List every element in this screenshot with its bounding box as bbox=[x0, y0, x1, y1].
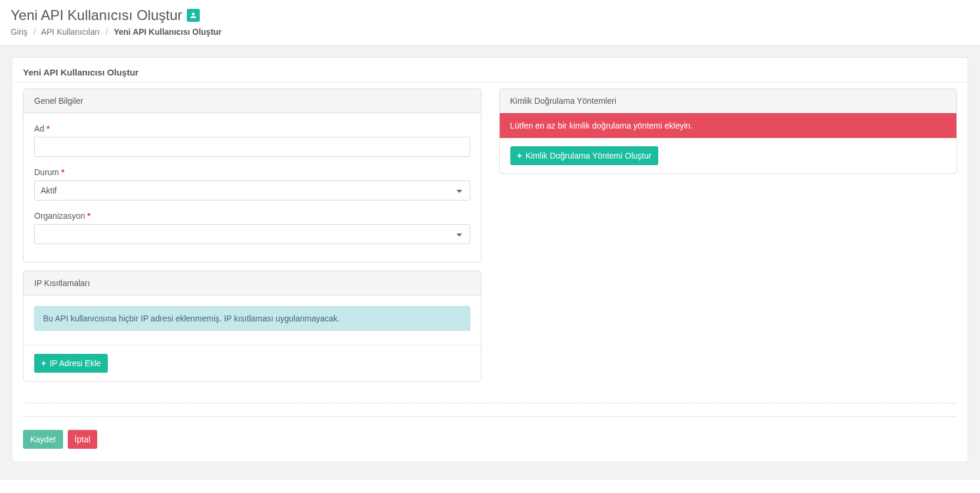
name-label: Ad bbox=[34, 124, 470, 133]
user-badge-icon bbox=[187, 9, 200, 22]
plus-icon: + bbox=[41, 359, 46, 368]
ip-empty-alert: Bu API kullanıcısına hiçbir IP adresi ek… bbox=[34, 306, 470, 331]
auth-error-alert: Lütfen en az bir kimlik doğrulama yöntem… bbox=[500, 113, 957, 138]
add-auth-method-button-label: Kimlik Doğrulama Yöntemi Oluştur bbox=[526, 151, 652, 160]
section-divider bbox=[23, 416, 957, 417]
general-info-header: Genel Bilgiler bbox=[24, 89, 481, 113]
organization-select[interactable] bbox=[34, 224, 470, 244]
save-button[interactable]: Kaydet bbox=[23, 430, 63, 449]
general-info-card: Genel Bilgiler Ad Durum Aktif bbox=[23, 88, 481, 262]
status-select[interactable]: Aktif bbox=[34, 180, 470, 201]
plus-icon: + bbox=[517, 151, 522, 160]
auth-methods-card: Kimlik Doğrulama Yöntemleri Lütfen en az… bbox=[499, 88, 958, 174]
name-input[interactable] bbox=[34, 137, 470, 157]
ip-restrictions-card: IP Kısıtlamaları Bu API kullanıcısına hi… bbox=[23, 271, 481, 382]
auth-methods-header: Kimlik Doğrulama Yöntemleri bbox=[500, 89, 957, 113]
organization-label: Organizasyon bbox=[34, 211, 470, 221]
breadcrumb-separator: / bbox=[34, 27, 36, 37]
panel-title: Yeni API Kullanıcısı Oluştur bbox=[12, 58, 968, 83]
page-title: Yeni API Kullanıcısı Oluştur bbox=[11, 7, 182, 24]
breadcrumb: Giriş / API Kullanıcıları / Yeni API Kul… bbox=[11, 27, 969, 37]
add-ip-button-label: IP Adresi Ekle bbox=[50, 359, 101, 368]
breadcrumb-current: Yeni API Kullanıcısı Oluştur bbox=[114, 27, 222, 37]
add-ip-button[interactable]: + IP Adresi Ekle bbox=[34, 354, 108, 373]
cancel-button[interactable]: İptal bbox=[68, 430, 97, 449]
status-label: Durum bbox=[34, 167, 470, 177]
breadcrumb-home[interactable]: Giriş bbox=[11, 27, 28, 37]
breadcrumb-separator: / bbox=[105, 27, 108, 37]
section-divider bbox=[23, 403, 957, 403]
ip-restrictions-header: IP Kısıtlamaları bbox=[24, 271, 481, 295]
breadcrumb-parent[interactable]: API Kullanıcıları bbox=[41, 27, 100, 37]
add-auth-method-button[interactable]: + Kimlik Doğrulama Yöntemi Oluştur bbox=[510, 146, 659, 165]
